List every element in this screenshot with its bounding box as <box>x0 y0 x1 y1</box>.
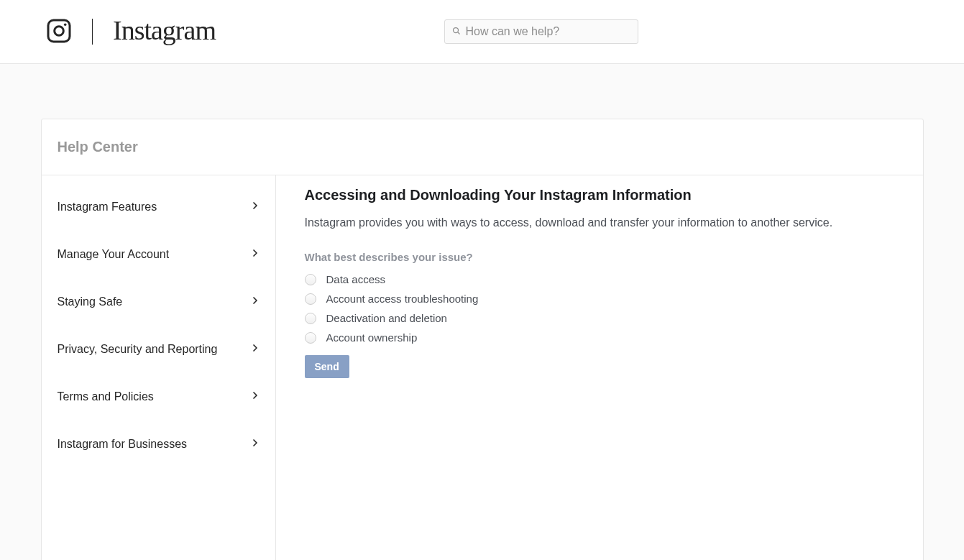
option-label: Deactivation and deletion <box>326 312 447 324</box>
sidebar-item-instagram-features[interactable]: Instagram Features <box>42 183 275 230</box>
chevron-right-icon <box>249 390 261 404</box>
search-box[interactable] <box>444 19 638 44</box>
chevron-right-icon <box>249 342 261 357</box>
question-label: What best describes your issue? <box>305 251 894 263</box>
sidebar-item-terms-policies[interactable]: Terms and Policies <box>42 372 275 420</box>
sidebar-item-label: Manage Your Account <box>58 248 170 261</box>
chevron-right-icon <box>249 200 261 214</box>
page-title: Accessing and Downloading Your Instagram… <box>305 187 894 203</box>
sidebar-item-businesses[interactable]: Instagram for Businesses <box>42 420 275 467</box>
search-icon <box>452 26 461 37</box>
content-container: Help Center Instagram Features Manage Yo… <box>41 119 924 560</box>
search-input[interactable] <box>465 25 630 38</box>
option-deactivation-deletion[interactable]: Deactivation and deletion <box>305 312 894 324</box>
option-label: Data access <box>326 273 386 285</box>
radio-icon[interactable] <box>305 293 316 305</box>
sidebar-item-label: Staying Safe <box>58 295 123 308</box>
chevron-right-icon <box>249 295 261 309</box>
options-group: Data access Account access troubleshooti… <box>305 273 894 344</box>
sidebar-item-label: Privacy, Security and Reporting <box>58 343 218 356</box>
option-label: Account access troubleshooting <box>326 293 479 305</box>
radio-icon[interactable] <box>305 332 316 344</box>
help-center-title[interactable]: Help Center <box>58 139 907 155</box>
logo-divider <box>92 19 93 45</box>
svg-line-4 <box>458 32 460 35</box>
sidebar-item-staying-safe[interactable]: Staying Safe <box>42 277 275 325</box>
main-content: Accessing and Downloading Your Instagram… <box>276 175 923 560</box>
intro-text: Instagram provides you with ways to acce… <box>305 216 894 229</box>
instagram-glyph-icon <box>46 18 72 46</box>
svg-point-2 <box>64 23 67 26</box>
option-account-access-troubleshooting[interactable]: Account access troubleshooting <box>305 293 894 305</box>
svg-rect-0 <box>48 20 70 42</box>
sidebar-item-label: Instagram for Businesses <box>58 438 188 451</box>
chevron-right-icon <box>249 247 261 262</box>
send-button[interactable]: Send <box>305 355 349 378</box>
instagram-wordmark: Instagram <box>113 14 216 46</box>
help-center-header: Help Center <box>42 119 923 175</box>
topbar: Instagram <box>0 0 964 64</box>
sidebar-item-manage-account[interactable]: Manage Your Account <box>42 230 275 277</box>
sidebar-item-label: Instagram Features <box>58 201 157 214</box>
radio-icon[interactable] <box>305 274 316 285</box>
logo-group[interactable]: Instagram <box>46 16 216 47</box>
sidebar: Instagram Features Manage Your Account S… <box>42 175 276 560</box>
option-data-access[interactable]: Data access <box>305 273 894 285</box>
chevron-right-icon <box>249 437 261 451</box>
svg-point-1 <box>55 26 64 35</box>
radio-icon[interactable] <box>305 313 316 324</box>
sidebar-item-label: Terms and Policies <box>58 390 154 403</box>
option-label: Account ownership <box>326 331 418 344</box>
option-account-ownership[interactable]: Account ownership <box>305 331 894 344</box>
sidebar-item-privacy-security[interactable]: Privacy, Security and Reporting <box>42 325 275 372</box>
svg-point-3 <box>454 28 459 33</box>
